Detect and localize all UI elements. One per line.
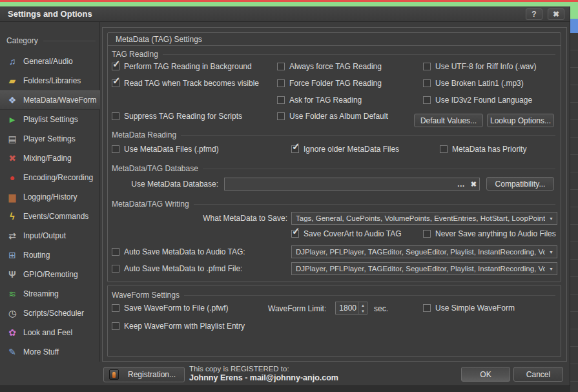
background-app-green-bar xyxy=(0,2,578,6)
checkbox-broken-latin1[interactable]: Use Broken Latin1 (.mp3) xyxy=(423,78,524,88)
metadata-tag-settings-group: MetaData (TAG) Settings TAG Reading Perf… xyxy=(107,32,561,282)
waveform-settings-header: WaveForm Settings xyxy=(112,291,555,300)
sidebar-item-player-settings[interactable]: ▤ Player Settings xyxy=(0,129,100,149)
spinner-down-icon[interactable]: ▼ xyxy=(359,308,367,314)
checkbox-never-save-audio-files[interactable]: Never Save anything to Audio Files xyxy=(423,229,556,239)
checkbox-icon xyxy=(112,79,119,87)
cancel-button[interactable]: Cancel xyxy=(513,367,563,382)
sidebar-item-playlist-settings[interactable]: ▶ Playlist Settings xyxy=(0,110,100,129)
checkbox-icon xyxy=(277,63,285,70)
checkbox-force-folder-tag-reading[interactable]: Force Folder TAG Reading xyxy=(277,78,382,88)
lookup-options-button[interactable]: Lookup Options... xyxy=(487,114,554,127)
checkbox-auto-save-audio-tag[interactable]: Auto Save MetaData to Audio TAG: xyxy=(112,247,245,257)
sidebar-item-events-commands[interactable]: ϟ Events/Commands xyxy=(0,207,100,226)
checkbox-icon xyxy=(277,79,285,87)
checkbox-icon xyxy=(423,79,431,87)
close-icon[interactable]: ✖ xyxy=(548,8,564,20)
metadata-database-input[interactable]: … ✖ xyxy=(224,178,480,191)
sidebar-header: Category xyxy=(6,36,96,45)
clear-icon[interactable]: ✖ xyxy=(471,180,477,189)
auto-save-audio-tag-dropdown[interactable]: DJPlayer, PFLPlayer, TAGEditor, SegueEdi… xyxy=(291,245,557,258)
checkbox-icon xyxy=(277,96,285,104)
sidebar-item-logging-history[interactable]: ▆ Logging/History xyxy=(0,187,100,207)
music-note-icon: ♫ xyxy=(6,56,19,67)
sidebar-item-metadata-waveform[interactable]: ❖ MetaData/WaveForm xyxy=(0,90,100,110)
registration-info: This copy is REGISTERED to: Johnny Erens… xyxy=(189,365,338,382)
browse-ellipsis-icon[interactable]: … xyxy=(457,180,466,189)
metadata-tag-writing-header: MetaData/TAG Writing xyxy=(112,200,555,209)
what-metadata-save-dropdown[interactable]: Tags, General, CuePoints, VolumePoints, … xyxy=(291,212,557,225)
checkbox-use-folder-album-default[interactable]: Use Folder as Album Default xyxy=(277,111,388,121)
checkbox-save-coverart[interactable]: Save CoverArt to Audio TAG xyxy=(291,229,402,239)
sidebar-item-encoding-recording[interactable]: ● Encoding/Recording xyxy=(0,168,100,187)
compatibility-button[interactable]: Compatibility... xyxy=(486,177,554,191)
registration-button[interactable]: Registration... xyxy=(103,367,185,382)
background-app-edge xyxy=(570,6,578,392)
ok-button[interactable]: OK xyxy=(461,367,510,382)
checkbox-read-tag-track-visible[interactable]: Read TAG when Track becomes visible xyxy=(112,78,259,88)
chevron-down-icon: ▼ xyxy=(549,267,553,271)
help-button[interactable]: ? xyxy=(526,8,542,20)
checkbox-icon xyxy=(112,265,119,273)
player-icon: ▤ xyxy=(6,134,19,144)
folder-icon: ▰ xyxy=(6,76,19,86)
sidebar-item-scripts-scheduler[interactable]: ◷ Scripts/Scheduler xyxy=(0,304,100,323)
log-book-icon: ▆ xyxy=(6,192,19,202)
settings-content-panel: MetaData (TAG) Settings TAG Reading Perf… xyxy=(102,27,567,362)
metadata-reading-header: MetaData Reading xyxy=(112,130,555,139)
checkbox-icon xyxy=(440,145,448,153)
input-output-icon: ⇄ xyxy=(6,231,19,241)
spinner-up-icon[interactable]: ▲ xyxy=(359,302,367,308)
checkbox-suppress-tag-reading-scripts[interactable]: Suppress TAG Reading for Scripts xyxy=(112,111,242,121)
mixing-cross-icon: ✖ xyxy=(6,153,19,163)
dialog-footer: Registration... This copy is REGISTERED … xyxy=(0,362,570,386)
checkbox-icon xyxy=(291,230,299,238)
registration-key-icon xyxy=(109,369,119,380)
checkbox-perform-tag-reading-background[interactable]: Perform TAG Reading in Background xyxy=(112,61,252,72)
category-sidebar: Category ♫ General/Audio ▰ Folders/Libra… xyxy=(0,22,100,362)
dialog-bottom-strip xyxy=(0,386,570,392)
checkbox-icon xyxy=(112,248,119,256)
default-values-button[interactable]: Default Values... xyxy=(414,114,483,127)
checkbox-always-force-tag-reading[interactable]: Always force TAG Reading xyxy=(277,61,382,72)
checkbox-keep-waveform-playlist[interactable]: Keep WaveForm with Playlist Entry xyxy=(112,321,245,331)
sidebar-item-mixing-fading[interactable]: ✖ Mixing/Fading xyxy=(0,149,100,168)
checkbox-icon xyxy=(112,304,119,312)
sidebar-item-general-audio[interactable]: ♫ General/Audio xyxy=(0,52,100,71)
dialog-title: Settings and Options xyxy=(0,9,92,19)
checkbox-metadata-has-priority[interactable]: MetaData has Priority xyxy=(440,144,526,154)
sidebar-item-look-and-feel[interactable]: ✿ Look and Feel xyxy=(0,323,100,342)
sidebar-item-folders-libraries[interactable]: ▰ Folders/Libraries xyxy=(0,71,100,90)
checkbox-id3v2-found-language[interactable]: Use ID3v2 Found Language xyxy=(423,95,532,105)
checkbox-utf8-riff-info[interactable]: Use UTF-8 for Riff Info (.wav) xyxy=(423,61,536,72)
checkbox-save-waveform-file[interactable]: Save WaveForm to File (.pfwf) xyxy=(112,303,229,313)
checkbox-use-metadata-files[interactable]: Use MetaData Files (.pfmd) xyxy=(112,144,219,154)
waveform-limit-unit: sec. xyxy=(374,304,393,313)
checkbox-icon xyxy=(112,63,119,70)
background-table-rows xyxy=(570,33,578,392)
waveform-settings-group: WaveForm Settings Save WaveForm to File … xyxy=(107,285,561,357)
checkbox-use-simple-waveform[interactable]: Use Simple WaveForm xyxy=(423,303,515,313)
palette-icon: ✿ xyxy=(6,327,19,338)
playlist-play-icon: ▶ xyxy=(6,116,19,124)
registered-owner: Johnny Erens - mail@johnny-anjo.com xyxy=(189,373,338,382)
checkbox-icon xyxy=(112,145,119,153)
sidebar-item-gpio-remoting[interactable]: Ψ GPIO/Remoting xyxy=(0,265,100,284)
sidebar-item-streaming[interactable]: ≋ Streaming xyxy=(0,284,100,304)
sidebar-item-more-stuff[interactable]: ✎ More Stuff xyxy=(0,342,100,362)
registered-to-label: This copy is REGISTERED to: xyxy=(189,365,338,373)
sidebar-item-routing[interactable]: ⊞ Routing xyxy=(0,245,100,265)
clock-icon: ◷ xyxy=(6,308,19,318)
auto-save-pfmd-dropdown[interactable]: DJPlayer, PFLPlayer, TAGEditor, SegueEdi… xyxy=(291,262,557,275)
chevron-down-icon: ▼ xyxy=(549,216,553,221)
record-dot-icon: ● xyxy=(6,172,19,183)
checkbox-ignore-older-metadata[interactable]: Ignore older MetaData Files xyxy=(291,144,399,154)
waveform-limit-spinner[interactable]: 1800 ▲ ▼ xyxy=(335,302,367,315)
checkbox-icon xyxy=(423,304,431,312)
checkbox-ask-for-tag-reading[interactable]: Ask for TAG Reading xyxy=(277,95,362,105)
background-blue-block xyxy=(570,19,578,33)
sidebar-item-input-output[interactable]: ⇄ Input/Output xyxy=(0,226,100,245)
checkbox-auto-save-pfmd-file[interactable]: Auto Save MetaData to .pfmd File: xyxy=(112,263,242,274)
pencil-icon: ✎ xyxy=(6,347,19,357)
settings-dialog: Settings and Options ? ✖ Category ♫ Gene… xyxy=(0,6,570,392)
